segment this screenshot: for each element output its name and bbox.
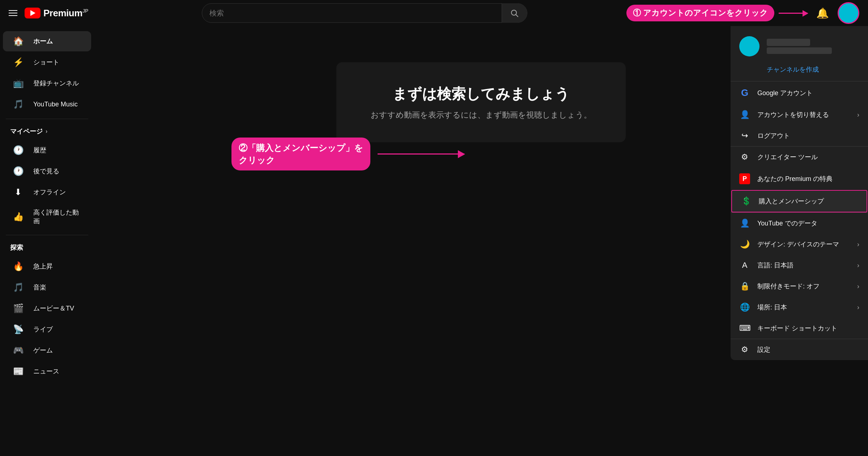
account-avatar[interactable] bbox=[838, 2, 859, 24]
create-channel-link[interactable]: チャンネルを作成 bbox=[731, 62, 868, 81]
header: PremiumJP ① アカウントのアイコンをクリック 🔔 bbox=[0, 0, 868, 26]
annotation-text-1: ① アカウントのアイコンをクリック bbox=[626, 5, 774, 21]
search-input[interactable] bbox=[209, 9, 497, 17]
switch-account-icon: 👤 bbox=[739, 110, 750, 119]
dropdown-username bbox=[767, 39, 810, 46]
sidebar-item-music-label: 音楽 bbox=[33, 283, 46, 292]
design-chevron-icon: › bbox=[857, 241, 859, 248]
search-prompt-subtitle: おすすめ動画を表示するには、まず動画を視聴しましょう。 bbox=[365, 110, 597, 121]
sidebar-item-offline-label: オフライン bbox=[33, 188, 66, 197]
premium-icon: P bbox=[739, 173, 750, 184]
dropdown-menu: チャンネルを作成 G Google アカウント 👤 アカウントを切り替える › … bbox=[731, 26, 868, 360]
dropdown-premium-benefits[interactable]: P あなたの Premium の特典 bbox=[731, 168, 868, 190]
search-prompt: まずは検索してみましょう おすすめ動画を表示するには、まず動画を視聴しましょう。 bbox=[336, 62, 626, 142]
logout-icon: ↪ bbox=[739, 131, 750, 140]
news-icon: 📰 bbox=[13, 366, 23, 376]
sidebar-item-music-label: YouTube Music bbox=[33, 101, 78, 108]
sidebar-divider-1 bbox=[6, 119, 88, 119]
language-chevron-icon: › bbox=[857, 262, 859, 269]
shorts-icon: ⚡ bbox=[13, 57, 23, 67]
sidebar-item-movies-label: ムービー＆TV bbox=[33, 304, 74, 313]
sidebar-item-gaming-label: ゲーム bbox=[33, 346, 53, 355]
sidebar-item-home-label: ホーム bbox=[33, 37, 53, 46]
sidebar-item-subscriptions[interactable]: 📺 登録チャンネル bbox=[3, 73, 91, 93]
keyboard-icon: ⌨ bbox=[739, 324, 750, 333]
dropdown-user-section bbox=[731, 26, 868, 62]
gaming-icon: 🎮 bbox=[13, 345, 23, 355]
sidebar-item-watch-later[interactable]: 🕐 後で見る bbox=[3, 161, 91, 181]
dropdown-restricted[interactable]: 🔒 制限付きモード: オフ › bbox=[731, 276, 868, 297]
sidebar-item-shorts-label: ショート bbox=[33, 58, 59, 67]
design-icon: 🌙 bbox=[739, 240, 750, 249]
dropdown-location[interactable]: 🌐 場所: 日本 › bbox=[731, 297, 868, 318]
sidebar-item-history[interactable]: 🕐 履歴 bbox=[3, 140, 91, 160]
sidebar-item-live[interactable]: 📡 ライブ bbox=[3, 319, 91, 339]
dropdown-user-info bbox=[767, 39, 832, 54]
history-icon: 🕐 bbox=[13, 145, 23, 155]
dropdown-youtube-data[interactable]: 👤 YouTube でのデータ bbox=[731, 213, 868, 234]
my-page-label: マイページ bbox=[10, 127, 43, 136]
dropdown-logout[interactable]: ↪ ログアウト bbox=[731, 125, 868, 146]
svg-line-1 bbox=[516, 15, 518, 17]
sidebar-item-movies[interactable]: 🎬 ムービー＆TV bbox=[3, 298, 91, 318]
my-page-section[interactable]: マイページ › bbox=[0, 123, 94, 139]
sidebar-item-liked-label: 高く評価した動画 bbox=[33, 208, 81, 225]
dropdown-keyboard[interactable]: ⌨ キーボード ショートカット bbox=[731, 318, 868, 339]
my-page-chevron: › bbox=[46, 128, 47, 135]
purchases-icon: 💲 bbox=[741, 197, 752, 206]
location-icon: 🌐 bbox=[739, 303, 750, 312]
creator-tools-icon: ⚙ bbox=[739, 152, 750, 162]
explore-section: 探索 bbox=[0, 240, 94, 256]
home-icon: 🏠 bbox=[13, 36, 23, 46]
trending-icon: 🔥 bbox=[13, 261, 23, 271]
restricted-chevron-icon: › bbox=[857, 283, 859, 290]
music-icon: 🎵 bbox=[13, 99, 23, 109]
dropdown-design[interactable]: 🌙 デザイン: デバイスのテーマ › bbox=[731, 234, 868, 255]
sidebar-item-gaming[interactable]: 🎮 ゲーム bbox=[3, 340, 91, 360]
logo-text: PremiumJP bbox=[43, 8, 88, 19]
sidebar-item-offline[interactable]: ⬇ オフライン bbox=[3, 182, 91, 202]
subscriptions-icon: 📺 bbox=[13, 78, 23, 88]
sidebar-item-shorts[interactable]: ⚡ ショート bbox=[3, 52, 91, 72]
sidebar-item-music[interactable]: 🎵 YouTube Music bbox=[3, 94, 91, 114]
dropdown-language[interactable]: A 言語: 日本語 › bbox=[731, 255, 868, 276]
annotation-1: ① アカウントのアイコンをクリック bbox=[626, 5, 808, 21]
sidebar-divider-2 bbox=[6, 235, 88, 235]
dropdown-switch-account[interactable]: 👤 アカウントを切り替える › bbox=[731, 104, 868, 125]
dropdown-creator-tools[interactable]: ⚙ クリエイター ツール bbox=[731, 147, 868, 168]
logo[interactable]: PremiumJP bbox=[25, 8, 88, 19]
search-button[interactable] bbox=[502, 3, 527, 23]
sidebar-item-trending-label: 急上昇 bbox=[33, 262, 53, 271]
header-left: PremiumJP bbox=[9, 8, 103, 19]
search-bar bbox=[202, 3, 527, 23]
annotation-2: ②「購入とメンバーシップ」を クリック bbox=[231, 138, 464, 170]
music-explore-icon: 🎵 bbox=[13, 282, 23, 292]
sidebar-item-history-label: 履歴 bbox=[33, 146, 46, 155]
dropdown-settings[interactable]: ⚙ 設定 bbox=[731, 339, 868, 360]
explore-label: 探索 bbox=[10, 243, 23, 252]
search-prompt-title: まずは検索してみましょう bbox=[365, 84, 597, 104]
dropdown-purchases[interactable]: 💲 購入とメンバーシップ bbox=[731, 190, 867, 212]
offline-icon: ⬇ bbox=[13, 187, 23, 197]
menu-button[interactable] bbox=[9, 10, 17, 16]
sidebar-item-music-explore[interactable]: 🎵 音楽 bbox=[3, 277, 91, 297]
sidebar: 🏠 ホーム ⚡ ショート 📺 登録チャンネル 🎵 YouTube Music マ… bbox=[0, 26, 94, 456]
sidebar-item-live-label: ライブ bbox=[33, 325, 53, 334]
sidebar-item-trending[interactable]: 🔥 急上昇 bbox=[3, 256, 91, 276]
sidebar-item-liked[interactable]: 👍 高く評価した動画 bbox=[3, 203, 91, 231]
annotation-text-2: ②「購入とメンバーシップ」を クリック bbox=[231, 138, 370, 170]
sidebar-item-home[interactable]: 🏠 ホーム bbox=[3, 31, 91, 51]
liked-icon: 👍 bbox=[13, 212, 23, 222]
youtube-logo-icon bbox=[25, 8, 41, 18]
annotation-arrow-1 bbox=[779, 13, 808, 14]
dropdown-google-account[interactable]: G Google アカウント bbox=[731, 81, 868, 104]
header-right: ① アカウントのアイコンをクリック 🔔 bbox=[626, 2, 859, 24]
google-icon: G bbox=[739, 87, 750, 98]
sidebar-item-subscriptions-label: 登録チャンネル bbox=[33, 79, 79, 88]
dropdown-avatar bbox=[739, 36, 760, 56]
notification-bell[interactable]: 🔔 bbox=[816, 7, 829, 19]
annotation-arrow-2 bbox=[378, 153, 464, 155]
sidebar-item-news[interactable]: 📰 ニュース bbox=[3, 361, 91, 381]
language-icon: A bbox=[739, 261, 750, 270]
dropdown-email bbox=[767, 47, 832, 54]
